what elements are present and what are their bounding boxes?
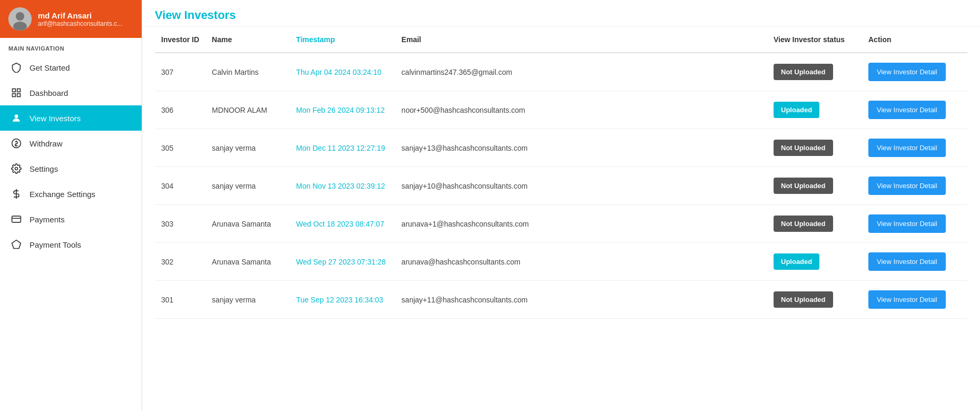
sidebar-item-label: View Investors <box>29 114 81 123</box>
sidebar-item-exchange-settings[interactable]: Exchange Settings <box>0 181 142 207</box>
table-body: 307 Calvin Martins Thu Apr 04 2024 03:24… <box>155 53 967 319</box>
cell-name: sanjay verma <box>205 129 290 167</box>
table-row: 301 sanjay verma Tue Sep 12 2023 16:34:0… <box>155 281 967 319</box>
sidebar-item-payment-tools[interactable]: Payment Tools <box>0 232 142 257</box>
cell-timestamp: Wed Oct 18 2023 08:47:07 <box>290 205 395 243</box>
status-badge: Not Uploaded <box>774 291 833 308</box>
cell-email: noor+500@hashcashconsultants.com <box>395 91 767 129</box>
cell-action: View Investor Detail <box>862 91 967 129</box>
cell-action: View Investor Detail <box>862 243 967 281</box>
svg-rect-11 <box>12 216 21 222</box>
col-header-email: Email <box>395 27 767 53</box>
cell-timestamp: Mon Feb 26 2024 09:13:12 <box>290 91 395 129</box>
nav-label: MAIN NAVIGATION <box>0 38 142 55</box>
sidebar: md Arif Ansari arif@hashcashconsultants.… <box>0 0 142 411</box>
grid-icon <box>11 87 22 99</box>
table-row: 306 MDNOOR ALAM Mon Feb 26 2024 09:13:12… <box>155 91 967 129</box>
table-row: 307 Calvin Martins Thu Apr 04 2024 03:24… <box>155 53 967 91</box>
table-header: Investor ID Name Timestamp Email View In… <box>155 27 967 53</box>
cell-timestamp: Mon Dec 11 2023 12:27:19 <box>290 129 395 167</box>
view-investor-detail-button[interactable]: View Investor Detail <box>868 290 946 309</box>
sidebar-item-get-started[interactable]: Get Started <box>0 55 142 80</box>
svg-rect-4 <box>17 89 21 92</box>
cell-id: 307 <box>155 53 205 91</box>
col-header-name: Name <box>205 27 290 53</box>
cell-timestamp: Thu Apr 04 2024 03:24:10 <box>290 53 395 91</box>
status-badge: Uploaded <box>774 253 819 270</box>
sidebar-item-label: Get Started <box>29 63 70 72</box>
gear-icon <box>11 163 22 174</box>
main-content: View Investors Investor ID Name Timestam… <box>142 0 980 411</box>
page-title-bar: View Investors <box>142 0 980 27</box>
status-badge: Not Uploaded <box>774 140 833 156</box>
cell-id: 306 <box>155 91 205 129</box>
table-row: 303 Arunava Samanta Wed Oct 18 2023 08:4… <box>155 205 967 243</box>
username: md Arif Ansari <box>38 11 122 20</box>
user-email: arif@hashcashconsultants.c... <box>38 20 122 27</box>
cell-id: 301 <box>155 281 205 319</box>
sidebar-item-dashboard[interactable]: Dashboard <box>0 80 142 105</box>
sidebar-item-label: Exchange Settings <box>29 190 95 199</box>
person-icon <box>11 112 22 124</box>
cell-id: 304 <box>155 167 205 205</box>
sidebar-item-label: Dashboard <box>29 89 68 97</box>
page-title: View Investors <box>155 8 967 22</box>
cell-status: Not Uploaded <box>767 167 862 205</box>
view-investor-detail-button[interactable]: View Investor Detail <box>868 214 946 233</box>
cell-email: sanjay+11@hashcashconsultants.com <box>395 281 767 319</box>
cell-id: 305 <box>155 129 205 167</box>
cell-timestamp: Tue Sep 12 2023 16:34:03 <box>290 281 395 319</box>
status-badge: Not Uploaded <box>774 178 833 194</box>
cell-status: Not Uploaded <box>767 281 862 319</box>
svg-point-7 <box>15 114 18 118</box>
view-investor-detail-button[interactable]: View Investor Detail <box>868 139 946 157</box>
cell-id: 302 <box>155 243 205 281</box>
sidebar-item-label: Withdraw <box>29 139 63 148</box>
cell-status: Not Uploaded <box>767 53 862 91</box>
svg-rect-6 <box>13 94 16 97</box>
view-investor-detail-button[interactable]: View Investor Detail <box>868 101 946 119</box>
exchange-icon <box>11 188 22 200</box>
sidebar-item-payments[interactable]: Payments <box>0 207 142 232</box>
dollar-circle-icon <box>11 138 22 149</box>
sidebar-item-label: Payments <box>29 215 65 224</box>
status-badge: Uploaded <box>774 102 819 118</box>
view-investor-detail-button[interactable]: View Investor Detail <box>868 63 946 81</box>
cell-action: View Investor Detail <box>862 129 967 167</box>
col-header-id: Investor ID <box>155 27 205 53</box>
cell-id: 303 <box>155 205 205 243</box>
svg-rect-5 <box>17 94 21 97</box>
cell-name: Arunava Samanta <box>205 243 290 281</box>
cell-status: Not Uploaded <box>767 129 862 167</box>
cell-email: arunava+1@hashcashconsultants.com <box>395 205 767 243</box>
table-row: 302 Arunava Samanta Wed Sep 27 2023 07:3… <box>155 243 967 281</box>
svg-point-1 <box>16 12 24 21</box>
main-nav: Get Started Dashboard View Investors <box>0 55 142 257</box>
cell-timestamp: Mon Nov 13 2023 02:39:12 <box>290 167 395 205</box>
cell-email: sanjay+10@hashcashconsultants.com <box>395 167 767 205</box>
cell-action: View Investor Detail <box>862 281 967 319</box>
cell-name: sanjay verma <box>205 167 290 205</box>
view-investor-detail-button[interactable]: View Investor Detail <box>868 252 946 271</box>
card-icon <box>11 213 22 225</box>
cell-status: Uploaded <box>767 243 862 281</box>
cell-name: Calvin Martins <box>205 53 290 91</box>
cell-email: sanjay+13@hashcashconsultants.com <box>395 129 767 167</box>
diamond-icon <box>11 239 22 250</box>
cell-timestamp: Wed Sep 27 2023 07:31:28 <box>290 243 395 281</box>
status-badge: Not Uploaded <box>774 216 833 232</box>
svg-point-9 <box>15 168 18 170</box>
table-row: 305 sanjay verma Mon Dec 11 2023 12:27:1… <box>155 129 967 167</box>
cell-action: View Investor Detail <box>862 167 967 205</box>
table-row: 304 sanjay verma Mon Nov 13 2023 02:39:1… <box>155 167 967 205</box>
col-header-action: Action <box>862 27 967 53</box>
sidebar-item-label: Settings <box>29 164 58 173</box>
sidebar-item-settings[interactable]: Settings <box>0 156 142 181</box>
sidebar-item-withdraw[interactable]: Withdraw <box>0 131 142 156</box>
view-investor-detail-button[interactable]: View Investor Detail <box>868 177 946 195</box>
cell-name: Arunava Samanta <box>205 205 290 243</box>
cell-name: MDNOOR ALAM <box>205 91 290 129</box>
sidebar-item-label: Payment Tools <box>29 240 81 249</box>
cell-email: arunava@hashcashconsultants.com <box>395 243 767 281</box>
sidebar-item-view-investors[interactable]: View Investors <box>0 105 142 131</box>
